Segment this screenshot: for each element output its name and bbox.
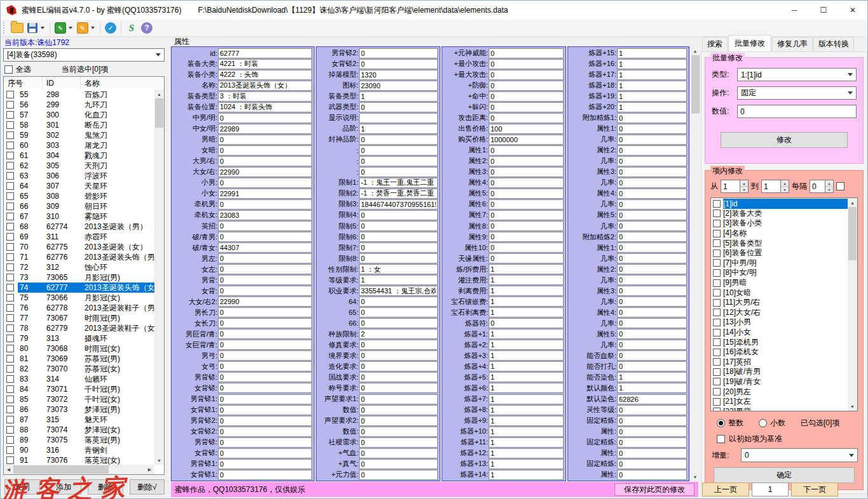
row-checkbox[interactable] [6, 355, 14, 363]
property-input[interactable] [218, 405, 312, 415]
property-input[interactable] [218, 253, 312, 263]
row-checkbox[interactable] [6, 416, 14, 423]
add-button[interactable]: 添加 [46, 479, 82, 495]
property-input[interactable] [218, 124, 312, 134]
property-input[interactable] [218, 448, 312, 458]
property-input[interactable] [489, 178, 564, 188]
property-input[interactable] [489, 437, 564, 448]
property-input[interactable] [218, 167, 312, 177]
table-row[interactable]: 90 316 青钢剑 [4, 445, 154, 455]
table-horizontal-scrollbar[interactable]: ◀ ▶ [4, 465, 154, 474]
field-item[interactable]: [11]大男/右 [711, 298, 848, 308]
close-button[interactable]: ✕ [838, 1, 867, 20]
table-row[interactable]: 61 304 戮魂刀 [4, 150, 154, 161]
property-input[interactable] [489, 448, 564, 458]
field-item[interactable]: [5]装备类型 [711, 238, 848, 248]
property-input[interactable] [489, 350, 564, 361]
property-input[interactable] [489, 427, 564, 437]
row-checkbox[interactable] [6, 253, 14, 261]
table-row[interactable]: 55 298 百炼刀 [4, 90, 154, 100]
property-input[interactable] [218, 372, 312, 382]
property-input[interactable] [489, 318, 564, 328]
field-checkbox[interactable] [713, 398, 721, 406]
property-input[interactable] [359, 372, 438, 382]
property-input[interactable] [617, 167, 687, 177]
property-input[interactable] [218, 91, 312, 102]
row-checkbox[interactable] [6, 396, 14, 403]
property-input[interactable] [218, 145, 312, 156]
scroll-down-icon[interactable]: ▼ [691, 472, 700, 481]
verify-check-icon[interactable]: ✓ [104, 22, 117, 34]
table-row[interactable]: 81 73069 苏慕冠(男) [4, 354, 154, 364]
row-checkbox[interactable] [6, 436, 14, 444]
scrollbar-thumb[interactable] [13, 465, 109, 474]
next-page-button[interactable]: 下一页 [791, 482, 838, 496]
property-input[interactable] [218, 361, 312, 371]
property-input[interactable] [218, 437, 312, 448]
edit-orange-icon[interactable]: ✎ [76, 22, 89, 34]
property-input[interactable] [359, 199, 438, 210]
scrollbar-thumb[interactable] [848, 207, 857, 260]
property-input[interactable] [359, 124, 438, 134]
row-checkbox[interactable] [6, 304, 14, 312]
property-input[interactable] [218, 329, 312, 339]
property-input[interactable] [218, 48, 312, 58]
property-input[interactable] [617, 232, 687, 242]
table-row[interactable]: 70 62775 2013圣诞装（女） [4, 242, 154, 252]
page-number-input[interactable]: 1 [752, 482, 789, 496]
property-input[interactable] [489, 459, 564, 469]
property-input[interactable] [359, 329, 438, 339]
property-input[interactable] [489, 124, 564, 134]
field-item[interactable]: [2]装备大类 [711, 209, 848, 219]
property-input[interactable] [617, 48, 687, 58]
property-input[interactable] [617, 221, 687, 231]
property-input[interactable] [359, 210, 438, 220]
field-item[interactable]: [15]牵机男 [711, 337, 848, 347]
scroll-up-icon[interactable]: ▲ [691, 46, 700, 55]
table-row[interactable]: 87 315 魅天环 [4, 415, 154, 425]
scroll-up-icon[interactable]: ▲ [154, 90, 164, 98]
field-item[interactable]: [7]中男/明 [711, 258, 848, 269]
property-input[interactable] [218, 70, 312, 80]
property-input[interactable] [359, 156, 438, 166]
property-input[interactable] [359, 81, 438, 91]
property-input[interactable] [617, 275, 687, 285]
table-row[interactable]: 73 73065 月影冠(男) [4, 272, 154, 283]
base-on-initial-checkbox[interactable] [717, 435, 725, 443]
property-input[interactable] [218, 243, 312, 253]
property-input[interactable] [489, 189, 564, 199]
step-up-icon[interactable]: ▲ [825, 180, 833, 187]
property-input[interactable] [359, 221, 438, 231]
property-input[interactable] [218, 383, 312, 393]
property-input[interactable] [359, 253, 438, 263]
row-checkbox[interactable] [6, 91, 14, 98]
property-input[interactable] [218, 135, 312, 145]
step-up-icon[interactable]: ▲ [740, 180, 748, 187]
property-input[interactable] [617, 318, 687, 328]
property-input[interactable] [617, 350, 687, 361]
field-checkbox[interactable] [713, 230, 721, 237]
field-checkbox[interactable] [713, 239, 721, 247]
property-input[interactable] [489, 70, 564, 80]
copy-button[interactable]: 复制 [4, 479, 40, 495]
decimal-radio[interactable] [759, 419, 767, 427]
scroll-down-icon[interactable]: ▼ [848, 402, 857, 411]
field-item[interactable]: [9]男暗 [711, 278, 848, 288]
open-file-icon[interactable] [11, 22, 24, 34]
property-input[interactable] [359, 340, 438, 350]
property-input[interactable] [359, 48, 438, 58]
property-input[interactable] [489, 145, 564, 156]
property-input[interactable] [218, 350, 312, 361]
column-header-id[interactable]: ID [43, 77, 81, 90]
increment-dropdown[interactable]: 0 [741, 448, 858, 462]
field-item[interactable]: [18]破/青男 [711, 367, 848, 377]
property-input[interactable] [359, 275, 438, 285]
step-down-icon[interactable]: ▼ [781, 187, 789, 192]
operation-dropdown[interactable]: 固定 [737, 86, 857, 100]
property-input[interactable] [617, 340, 687, 350]
property-input[interactable] [617, 416, 687, 426]
row-checkbox[interactable] [6, 335, 14, 342]
property-input[interactable] [359, 416, 438, 426]
table-row[interactable]: 80 73068 时雨冠(女) [4, 343, 154, 354]
property-input[interactable] [359, 102, 438, 112]
